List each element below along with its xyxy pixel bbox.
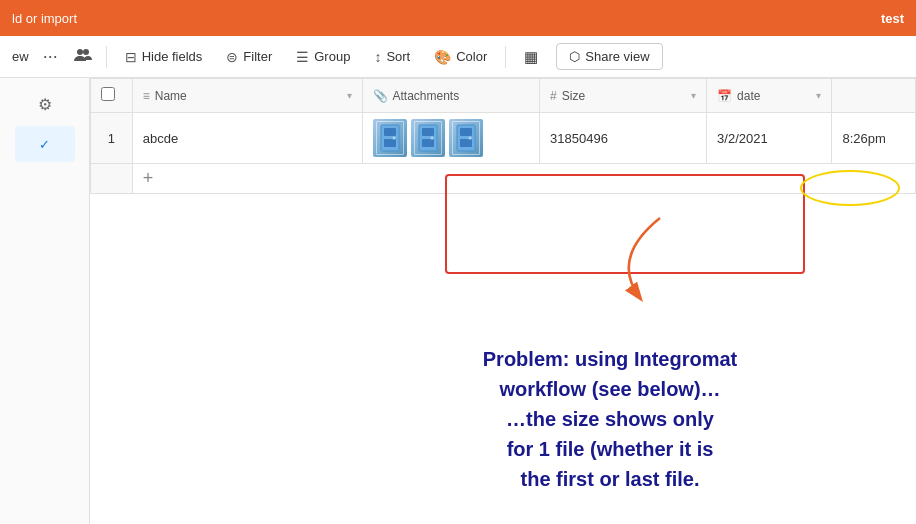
- settings-button[interactable]: ⚙: [27, 86, 63, 122]
- toolbar: ew ··· ⊟ Hide fields ⊜ Filter ☰ Group ↕ …: [0, 36, 916, 78]
- arrow-annotation: [580, 208, 700, 308]
- data-table: ≡ Name ▾ 📎 Attachments #: [90, 78, 916, 194]
- attachments-cell[interactable]: [362, 113, 540, 164]
- color-button[interactable]: 🎨 Color: [424, 44, 497, 70]
- svg-point-5: [392, 137, 395, 140]
- th-date[interactable]: 📅 date ▾: [707, 79, 832, 113]
- group-button[interactable]: ☰ Group: [286, 44, 360, 70]
- top-bar-left-label: ld or import: [12, 11, 77, 26]
- time-cell: 8:26pm: [832, 113, 916, 164]
- name-col-sort: ▾: [347, 90, 352, 101]
- th-size[interactable]: # Size ▾: [540, 79, 707, 113]
- sidebar: ⚙ ✓: [0, 78, 90, 524]
- svg-rect-6: [419, 125, 437, 151]
- select-all-checkbox[interactable]: [101, 87, 115, 101]
- svg-rect-8: [422, 139, 434, 147]
- people-icon: [74, 47, 92, 63]
- grid-area: ≡ Name ▾ 📎 Attachments #: [90, 78, 916, 524]
- svg-rect-7: [422, 128, 434, 136]
- svg-rect-11: [460, 128, 472, 136]
- add-row-cell[interactable]: +: [132, 164, 915, 194]
- row-number-cell: 1: [91, 113, 133, 164]
- top-bar: ld or import test: [0, 0, 916, 36]
- group-icon: ☰: [296, 49, 309, 65]
- share-view-button[interactable]: ⬡ Share view: [556, 43, 662, 70]
- door-thumb-icon-2: [418, 124, 438, 152]
- table-view-icon-button[interactable]: ▦: [514, 43, 548, 71]
- th-attachments-label: Attachments: [393, 89, 460, 103]
- th-name[interactable]: ≡ Name ▾: [132, 79, 362, 113]
- table-icon: ▦: [524, 48, 538, 66]
- th-attachments[interactable]: 📎 Attachments: [362, 79, 540, 113]
- sort-icon: ↕: [374, 49, 381, 65]
- size-col-sort: ▾: [691, 90, 696, 101]
- th-time: [832, 79, 916, 113]
- problem-annotation: Problem: using Integromat workflow (see …: [420, 344, 800, 494]
- attachment-thumb-1[interactable]: [373, 119, 407, 157]
- svg-point-13: [468, 137, 471, 140]
- more-options-button[interactable]: ···: [37, 42, 64, 71]
- add-row-icon[interactable]: +: [143, 168, 154, 188]
- th-row-num: [91, 79, 133, 113]
- attachments-col-icon: 📎: [373, 89, 388, 103]
- filter-button[interactable]: ⊜ Filter: [216, 44, 282, 70]
- sidebar-view-item[interactable]: ✓: [15, 126, 75, 162]
- th-name-label: Name: [155, 89, 187, 103]
- add-row[interactable]: +: [91, 164, 916, 194]
- size-col-icon: #: [550, 89, 557, 103]
- size-cell[interactable]: 31850496: [540, 113, 707, 164]
- collaborators-button[interactable]: [68, 43, 98, 71]
- svg-point-9: [430, 137, 433, 140]
- date-col-icon: 📅: [717, 89, 732, 103]
- door-thumb-icon: [380, 124, 400, 152]
- table-row: 1 abcde: [91, 113, 916, 164]
- name-col-icon: ≡: [143, 89, 150, 103]
- th-size-label: Size: [562, 89, 585, 103]
- color-icon: 🎨: [434, 49, 451, 65]
- toolbar-divider-2: [505, 46, 506, 68]
- door-thumb-icon-3: [456, 124, 476, 152]
- hide-fields-button[interactable]: ⊟ Hide fields: [115, 44, 213, 70]
- filter-icon: ⊜: [226, 49, 238, 65]
- view-label: ew: [12, 49, 29, 64]
- sort-button[interactable]: ↕ Sort: [364, 44, 420, 70]
- svg-rect-4: [384, 139, 396, 147]
- checkmark-icon: ✓: [39, 137, 50, 152]
- add-row-num: [91, 164, 133, 194]
- hide-fields-icon: ⊟: [125, 49, 137, 65]
- attachment-thumb-2[interactable]: [411, 119, 445, 157]
- attachment-thumb-3[interactable]: [449, 119, 483, 157]
- th-date-label: date: [737, 89, 760, 103]
- svg-point-1: [83, 49, 89, 55]
- top-bar-title: test: [881, 11, 904, 26]
- toolbar-divider: [106, 46, 107, 68]
- main-content: ⚙ ✓: [0, 78, 916, 524]
- attachments-preview: [373, 119, 530, 157]
- svg-rect-2: [381, 125, 399, 151]
- svg-rect-10: [457, 125, 475, 151]
- svg-rect-3: [384, 128, 396, 136]
- share-icon: ⬡: [569, 49, 580, 64]
- svg-rect-12: [460, 139, 472, 147]
- svg-point-0: [77, 49, 83, 55]
- name-cell[interactable]: abcde: [132, 113, 362, 164]
- date-col-sort: ▾: [816, 90, 821, 101]
- date-cell[interactable]: 3/2/2021: [707, 113, 832, 164]
